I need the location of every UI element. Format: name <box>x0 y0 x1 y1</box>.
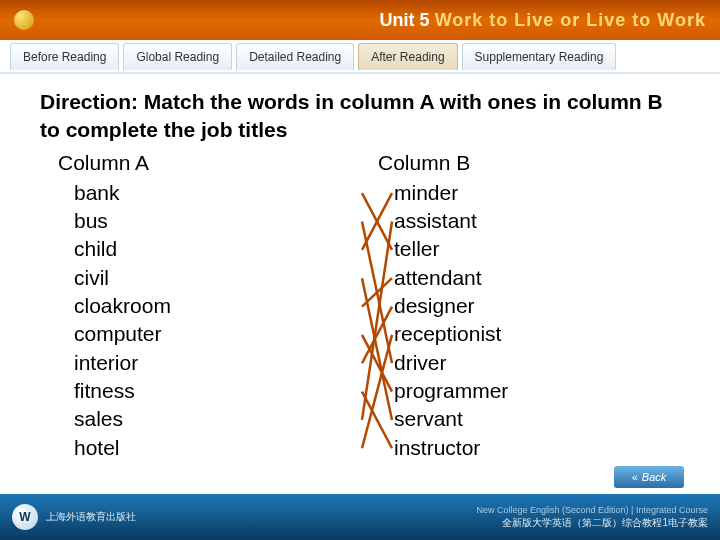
column-a-list: bankbuschildcivilcloakroomcomputerinteri… <box>40 179 360 462</box>
list-item: child <box>74 235 360 263</box>
list-item: computer <box>74 320 360 348</box>
list-item: interior <box>74 349 360 377</box>
footer-bar: W 上海外语教育出版社 New College English (Second … <box>0 494 720 540</box>
list-item: receptionist <box>394 320 680 348</box>
column-b-list: minderassistanttellerattendantdesignerre… <box>360 179 680 462</box>
footer-left: W 上海外语教育出版社 <box>12 504 136 530</box>
list-item: bank <box>74 179 360 207</box>
unit-text: Work to Live or Live to Work <box>435 10 706 30</box>
unit-title: Unit 5 Work to Live or Live to Work <box>380 10 706 31</box>
column-a: Column A bankbuschildcivilcloakroomcompu… <box>40 151 360 462</box>
column-b-header: Column B <box>360 151 680 175</box>
list-item: designer <box>394 292 680 320</box>
list-item: fitness <box>74 377 360 405</box>
footer-publisher: 上海外语教育出版社 <box>46 510 136 524</box>
list-item: teller <box>394 235 680 263</box>
tab-detailed-reading[interactable]: Detailed Reading <box>236 43 354 70</box>
list-item: hotel <box>74 434 360 462</box>
header-bar: Unit 5 Work to Live or Live to Work <box>0 0 720 40</box>
list-item: bus <box>74 207 360 235</box>
list-item: civil <box>74 264 360 292</box>
column-b: Column B minderassistanttellerattendantd… <box>360 151 680 462</box>
footer-chinese: 全新版大学英语（第二版）综合教程1电子教案 <box>477 516 708 529</box>
list-item: minder <box>394 179 680 207</box>
tab-before-reading[interactable]: Before Reading <box>10 43 119 70</box>
list-item: driver <box>394 349 680 377</box>
list-item: cloakroom <box>74 292 360 320</box>
list-item: servant <box>394 405 680 433</box>
content-area: Direction: Match the words in column A w… <box>0 74 720 494</box>
list-item: attendant <box>394 264 680 292</box>
unit-number: Unit 5 <box>380 10 430 30</box>
list-item: programmer <box>394 377 680 405</box>
column-a-header: Column A <box>40 151 360 175</box>
tab-supplementary-reading[interactable]: Supplementary Reading <box>462 43 617 70</box>
tabs-bar: Before Reading Global Reading Detailed R… <box>0 40 720 74</box>
direction-text: Direction: Match the words in column A w… <box>40 88 680 145</box>
list-item: instructor <box>394 434 680 462</box>
tab-after-reading[interactable]: After Reading <box>358 43 457 70</box>
tab-global-reading[interactable]: Global Reading <box>123 43 232 70</box>
footer-right: New College English (Second Edition) | I… <box>477 505 708 530</box>
list-item: assistant <box>394 207 680 235</box>
footer-logo-icon: W <box>12 504 38 530</box>
back-button[interactable]: Back <box>614 466 684 488</box>
list-item: sales <box>74 405 360 433</box>
footer-english: New College English (Second Edition) | I… <box>477 505 708 517</box>
columns-wrap: Column A bankbuschildcivilcloakroomcompu… <box>40 151 680 462</box>
home-icon[interactable] <box>14 10 34 30</box>
back-button-label: Back <box>642 471 666 483</box>
